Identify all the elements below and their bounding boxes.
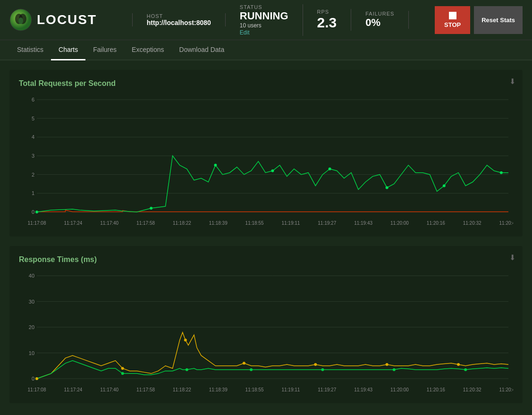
header-stats: HOST http://localhost:8080 STATUS RUNNIN… [116, 4, 425, 36]
rps-block: RPS 2.3 [303, 9, 352, 31]
nav-tabs: Statistics Charts Failures Exceptions Do… [0, 40, 532, 60]
failures-block: FAILURES 0% [351, 11, 409, 29]
response-chart-panel: Response Times (ms) ⬇ [9, 246, 523, 403]
rps-chart-title: Total Requests per Second [19, 79, 513, 88]
logo-text: LOCUST [37, 12, 97, 27]
tab-failures[interactable]: Failures [85, 40, 124, 60]
tab-download-data[interactable]: Download Data [172, 40, 232, 60]
tab-charts[interactable]: Charts [51, 40, 85, 60]
status-label: STATUS [240, 4, 288, 10]
logo-area: LOCUST [9, 8, 97, 31]
failures-value: 0% [365, 17, 394, 29]
host-block: HOST http://localhost:8080 [132, 13, 226, 26]
stop-icon [449, 12, 456, 19]
logo-icon [9, 8, 32, 31]
header: LOCUST HOST http://localhost:8080 STATUS… [0, 0, 532, 40]
status-block: STATUS RUNNING 10 users Edit [226, 4, 303, 36]
svg-point-3 [18, 17, 23, 24]
response-download-icon[interactable]: ⬇ [509, 253, 515, 262]
tab-statistics[interactable]: Statistics [9, 40, 51, 60]
rps-canvas [19, 95, 513, 227]
host-value: http://localhost:8080 [147, 19, 211, 26]
users-count: 10 users [240, 22, 288, 29]
edit-link[interactable]: Edit [240, 29, 250, 36]
rps-chart-area [19, 95, 513, 227]
rps-label: RPS [317, 9, 337, 15]
response-canvas [19, 271, 513, 394]
tab-exceptions[interactable]: Exceptions [124, 40, 171, 60]
stop-button[interactable]: STOP [435, 6, 470, 34]
status-value: RUNNING [240, 10, 288, 22]
failures-label: FAILURES [365, 11, 394, 17]
stop-label: STOP [444, 21, 461, 28]
rps-download-icon[interactable]: ⬇ [509, 77, 515, 86]
header-buttons: STOP Reset Stats [435, 6, 523, 34]
response-chart-area [19, 271, 513, 394]
host-label: HOST [147, 13, 211, 19]
main-content: Total Requests per Second ⬇ Response Tim… [0, 60, 532, 413]
rps-value: 2.3 [317, 15, 337, 31]
rps-chart-panel: Total Requests per Second ⬇ [9, 70, 523, 237]
response-chart-title: Response Times (ms) [19, 255, 513, 264]
reset-stats-button[interactable]: Reset Stats [474, 6, 523, 34]
